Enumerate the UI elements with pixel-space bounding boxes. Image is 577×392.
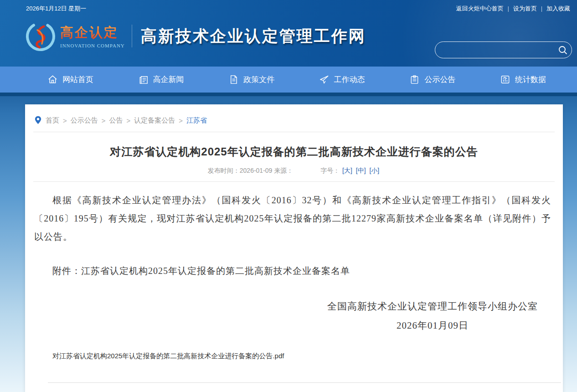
bar-chart-icon <box>500 74 510 85</box>
font-size-medium-button[interactable]: [中] <box>356 167 366 174</box>
pdf-attachment-link[interactable]: 对江苏省认定机构2025年认定报备的第二批高新技术企业进行备案的公告.pdf <box>52 352 284 361</box>
header-main: 高企认定 INNOVATION COMPANY 高新技术企业认定管理工作网 <box>0 13 577 59</box>
breadcrumb-filing-notices[interactable]: 认定备案公告 <box>134 116 175 125</box>
nav-item-home[interactable]: 网站首页 <box>47 74 93 85</box>
signature-date: 2026年01月09日 <box>327 319 538 332</box>
breadcrumb-separator: > <box>102 117 106 124</box>
logo-text-cn: 高企认定 <box>60 24 125 42</box>
font-size-large-button[interactable]: [大] <box>342 167 352 174</box>
nav-item-announcements[interactable]: 公示公告 <box>409 74 455 85</box>
top-link-separator: | <box>508 5 509 12</box>
site-title: 高新技术企业认定管理工作网 <box>141 26 366 47</box>
nav-item-label: 网站首页 <box>62 74 93 85</box>
article-body-paragraph: 根据《高新技术企业认定管理办法》（国科发火〔2016〕32号）和《高新技术企业认… <box>34 191 551 246</box>
home-icon <box>47 74 58 85</box>
breadcrumb-notices[interactable]: 公告 <box>109 116 123 125</box>
source-label: 来源： <box>274 167 293 174</box>
nav-item-news[interactable]: 高企新闻 <box>138 74 184 85</box>
publish-time-label: 发布时间： <box>208 167 240 174</box>
logo-icon <box>24 19 57 53</box>
nav-item-label: 高企新闻 <box>153 74 184 85</box>
site-header: 2026年1月12日 星期一 返回火炬中心首页 | 设为首页 | 加入收藏 高企… <box>0 0 577 67</box>
breadcrumb-home[interactable]: 首页 <box>46 116 59 125</box>
top-links: 返回火炬中心首页 | 设为首页 | 加入收藏 <box>456 5 570 13</box>
nav-item-label: 工作动态 <box>334 74 365 85</box>
top-bar: 2026年1月12日 星期一 返回火炬中心首页 | 设为首页 | 加入收藏 <box>0 0 577 13</box>
content-wrap: 首页 > 公示公告 > 公告 > 认定备案公告 > 江苏省 对江苏省认定机构20… <box>0 96 577 392</box>
breadcrumb-separator: > <box>127 117 131 124</box>
news-icon <box>138 74 149 85</box>
nav-item-policy[interactable]: 政策文件 <box>228 74 274 85</box>
nav-item-label: 公示公告 <box>424 74 455 85</box>
search-button[interactable] <box>554 42 572 58</box>
signature-office: 全国高新技术企业认定管理工作领导小组办公室 <box>327 300 538 313</box>
breadcrumb-current-jiangsu[interactable]: 江苏省 <box>186 116 207 125</box>
nav-item-updates[interactable]: 工作动态 <box>319 74 365 85</box>
search-input[interactable] <box>435 46 554 54</box>
current-date: 2026年1月12日 星期一 <box>26 5 86 13</box>
breadcrumb: 首页 > 公示公告 > 公告 > 认定备案公告 > 江苏省 <box>25 104 563 132</box>
nav-item-statistics[interactable]: 统计数据 <box>500 74 546 85</box>
document-icon <box>228 74 239 85</box>
article-panel: 首页 > 公示公告 > 公告 > 认定备案公告 > 江苏省 对江苏省认定机构20… <box>25 104 563 392</box>
attachment-line: 附件：江苏省认定机构2025年认定报备的第二批高新技术企业备案名单 <box>34 265 554 277</box>
site-logo[interactable]: 高企认定 INNOVATION COMPANY <box>24 19 125 53</box>
link-torch-home[interactable]: 返回火炬中心首页 <box>456 5 504 13</box>
font-size-label: 字号： <box>320 167 340 174</box>
location-pin-icon <box>35 116 41 125</box>
search-box <box>435 41 572 58</box>
breadcrumb-announcements[interactable]: 公示公告 <box>71 116 98 125</box>
nav-item-label: 政策文件 <box>243 74 274 85</box>
search-icon <box>557 45 568 56</box>
article-title: 对江苏省认定机构2025年认定报备的第二批高新技术企业进行备案的公告 <box>43 144 545 159</box>
breadcrumb-separator: > <box>179 117 183 124</box>
logo-texts: 高企认定 INNOVATION COMPANY <box>60 24 125 48</box>
nav-bottom-strip <box>0 93 577 96</box>
meta-divider <box>33 181 555 182</box>
logo-text-en: INNOVATION COMPANY <box>60 43 125 48</box>
nav-item-label: 统计数据 <box>515 74 546 85</box>
font-size-small-button[interactable]: [小] <box>369 167 379 174</box>
link-add-favorite[interactable]: 加入收藏 <box>546 5 570 13</box>
logo-divider <box>132 25 132 47</box>
top-link-separator: | <box>541 5 542 12</box>
link-set-homepage[interactable]: 设为首页 <box>513 5 537 13</box>
publish-date: 2026-01-09 <box>240 167 273 174</box>
signature-block: 全国高新技术企业认定管理工作领导小组办公室 2026年01月09日 <box>25 300 563 332</box>
clipboard-icon <box>409 74 420 85</box>
article-meta: 发布时间：2026-01-09 来源： 字号： [大] [中] [小] <box>25 167 563 175</box>
breadcrumb-divider <box>33 132 555 132</box>
breadcrumb-separator: > <box>63 117 67 124</box>
main-nav: 网站首页 高企新闻 政策文件 工作动态 公示公告 <box>0 67 577 93</box>
paper-plane-icon <box>319 74 330 85</box>
bottom-divider <box>48 382 561 383</box>
